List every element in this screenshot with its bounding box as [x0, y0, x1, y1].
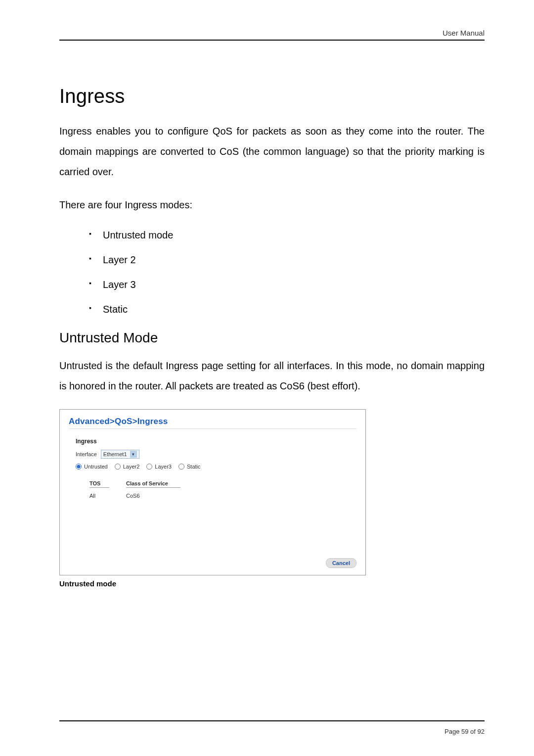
chevron-down-icon: ▾ [130, 451, 137, 458]
intro-paragraph-1: Ingress enables you to configure QoS for… [59, 121, 485, 182]
radio-untrusted[interactable]: Untrusted [76, 464, 108, 470]
radio-layer3[interactable]: Layer3 [146, 464, 172, 470]
page-title: Ingress [59, 85, 485, 107]
breadcrumb-rule [69, 428, 356, 429]
cancel-button[interactable]: Cancel [326, 558, 356, 568]
interface-select[interactable]: Ethernet1 ▾ [101, 450, 139, 459]
radio-layer2-input[interactable] [115, 464, 121, 470]
footer-rule [59, 720, 485, 721]
radio-layer2-label: Layer2 [123, 464, 140, 470]
list-item: Static [89, 302, 485, 316]
interface-label: Interface [76, 451, 97, 457]
table-cell-tos: All [89, 493, 109, 499]
radio-layer2[interactable]: Layer2 [115, 464, 140, 470]
tos-table: TOS Class of Service All CoS6 [89, 480, 356, 499]
list-item: Untrusted mode [89, 228, 485, 242]
panel-title: Ingress [76, 438, 356, 445]
figure-caption: Untrusted mode [59, 579, 485, 588]
section-heading: Untrusted Mode [59, 330, 485, 346]
radio-untrusted-input[interactable] [76, 464, 82, 470]
header-rule [59, 40, 485, 41]
list-item: Layer 3 [89, 278, 485, 291]
radio-layer3-input[interactable] [146, 464, 152, 470]
table-head-tos: TOS [89, 480, 109, 486]
header-right: User Manual [443, 29, 485, 37]
table-head-rule [89, 487, 109, 488]
section-paragraph: Untrusted is the default Ingress page se… [59, 356, 485, 396]
table-cell-cos: CoS6 [126, 493, 195, 499]
intro-paragraph-2: There are four Ingress modes: [59, 195, 485, 215]
table-head-cos: Class of Service [126, 480, 195, 486]
screenshot-panel: Advanced>QoS>Ingress Ingress Interface E… [59, 409, 366, 575]
page-number: Page 59 of 92 [445, 728, 485, 735]
list-item: Layer 2 [89, 253, 485, 267]
radio-layer3-label: Layer3 [155, 464, 172, 470]
radio-static[interactable]: Static [178, 464, 201, 470]
radio-untrusted-label: Untrusted [84, 464, 108, 470]
table-head-rule [126, 487, 180, 488]
modes-list: Untrusted mode Layer 2 Layer 3 Static [89, 228, 485, 316]
interface-select-value: Ethernet1 [103, 451, 127, 457]
radio-static-input[interactable] [178, 464, 184, 470]
radio-static-label: Static [187, 464, 201, 470]
breadcrumb: Advanced>QoS>Ingress [69, 417, 356, 426]
